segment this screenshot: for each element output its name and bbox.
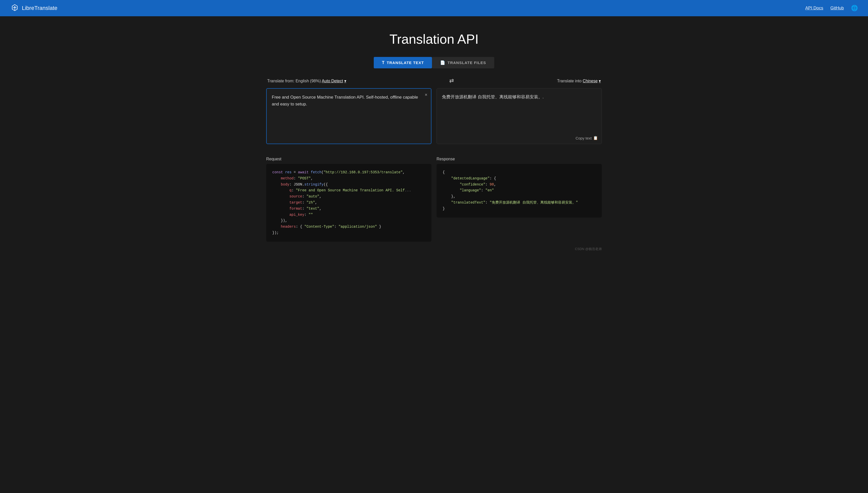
- source-dropdown-chevron[interactable]: ▾: [344, 79, 346, 83]
- copy-icon: 📋: [593, 136, 598, 140]
- from-label: Translate from: English (98%): [267, 79, 321, 83]
- request-code: const res = await fetch("http://192.168.…: [266, 164, 431, 242]
- code-section: Request const res = await fetch("http://…: [266, 157, 602, 242]
- github-link[interactable]: GitHub: [830, 6, 844, 11]
- clear-input-button[interactable]: ×: [425, 92, 427, 98]
- translated-text-panel: 免费开放源机翻译 自我托管、离线能够和容易安装。. Copy text 📋: [437, 88, 602, 144]
- translate-files-icon: 📄: [440, 60, 445, 65]
- tab-translate-text[interactable]: T TRANSLATE TEXT: [374, 57, 432, 68]
- main-content: Translation API T TRANSLATE TEXT 📄 TRANS…: [256, 16, 612, 261]
- source-text-panel: ×: [266, 88, 431, 144]
- brand: LibreTranslate: [10, 4, 58, 13]
- translated-text-output: 免费开放源机翻译 自我托管、离线能够和容易安装。.: [442, 93, 596, 100]
- logo-icon: [10, 4, 19, 13]
- copy-text-button[interactable]: Copy text 📋: [576, 136, 598, 140]
- language-globe-button[interactable]: 🌐: [851, 5, 858, 12]
- copy-text-label: Copy text: [576, 136, 592, 140]
- target-language-selector: Translate into Chinese ▾: [557, 79, 601, 83]
- source-text-input[interactable]: [272, 94, 426, 137]
- to-label: Translate into: [557, 79, 581, 83]
- tabs-container: T TRANSLATE TEXT 📄 TRANSLATE FILES: [266, 57, 602, 68]
- translate-files-label: TRANSLATE FILES: [447, 61, 486, 65]
- swap-languages-button[interactable]: ⇄: [449, 78, 454, 84]
- target-dropdown-chevron[interactable]: ▾: [599, 79, 601, 83]
- response-label: Response: [437, 157, 602, 162]
- translate-text-label: TRANSLATE TEXT: [387, 61, 424, 65]
- translation-panels: × 免费开放源机翻译 自我托管、离线能够和容易安装。. Copy text 📋: [266, 88, 602, 144]
- request-label: Request: [266, 157, 431, 162]
- auto-detect-link[interactable]: Auto Detect: [322, 79, 343, 83]
- footer-note: CSDN @杨浩老弟: [266, 247, 602, 251]
- navbar: LibreTranslate API Docs GitHub 🌐: [0, 0, 868, 16]
- source-language-selector: Translate from: English (98%) Auto Detec…: [267, 79, 346, 83]
- brand-name: LibreTranslate: [22, 5, 58, 12]
- target-language-link[interactable]: Chinese: [583, 79, 598, 83]
- translation-controls: Translate from: English (98%) Auto Detec…: [266, 78, 602, 84]
- page-title: Translation API: [266, 31, 602, 47]
- tab-translate-files[interactable]: 📄 TRANSLATE FILES: [432, 57, 494, 68]
- response-block: Response { "detectedLanguage": { "confid…: [437, 157, 602, 242]
- api-docs-link[interactable]: API Docs: [805, 6, 823, 11]
- request-block: Request const res = await fetch("http://…: [266, 157, 431, 242]
- navbar-links: API Docs GitHub 🌐: [805, 5, 858, 12]
- translate-text-icon: T: [382, 61, 385, 65]
- response-code: { "detectedLanguage": { "confidence": 98…: [437, 164, 602, 217]
